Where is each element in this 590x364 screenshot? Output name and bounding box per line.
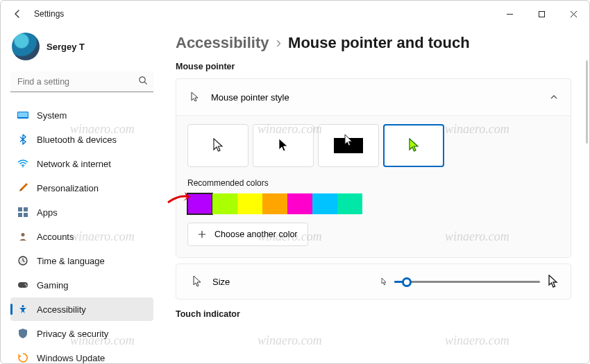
sidebar-item-update[interactable]: Windows Update — [10, 346, 153, 363]
breadcrumb: Accessibility › Mouse pointer and touch — [176, 34, 571, 52]
color-swatch-3[interactable] — [262, 193, 287, 214]
color-swatch-6[interactable] — [337, 193, 362, 214]
color-swatch-4[interactable] — [287, 193, 312, 214]
sidebar-item-privacy[interactable]: Privacy & security — [10, 322, 153, 345]
svg-rect-13 — [18, 282, 28, 288]
pointer-icon — [189, 91, 201, 103]
pointer-size-label: Size — [212, 277, 230, 287]
nav: System Bluetooth & devices Network & int… — [10, 103, 153, 363]
slider-thumb[interactable] — [402, 277, 412, 287]
search-box[interactable] — [10, 71, 153, 92]
svg-rect-9 — [18, 213, 22, 217]
clock-icon — [17, 255, 28, 266]
profile[interactable]: Sergey T — [10, 33, 153, 60]
svg-point-16 — [22, 305, 24, 307]
svg-point-6 — [22, 166, 24, 168]
svg-rect-1 — [539, 11, 544, 17]
sidebar-item-system[interactable]: System — [10, 103, 153, 127]
sidebar-item-label: Apps — [37, 207, 58, 218]
accessibility-icon — [17, 304, 28, 315]
maximize-button[interactable] — [525, 1, 557, 27]
sidebar-item-network[interactable]: Network & internet — [10, 152, 153, 175]
sidebar-item-accessibility[interactable]: Accessibility — [10, 297, 153, 321]
sidebar-item-label: Personalization — [37, 183, 99, 193]
svg-point-14 — [25, 284, 26, 285]
sidebar-item-time[interactable]: Time & language — [10, 249, 153, 272]
svg-point-15 — [26, 285, 27, 286]
sidebar-item-label: Accounts — [37, 232, 74, 242]
bluetooth-icon — [17, 134, 28, 145]
pointer-size-card: Size — [176, 263, 571, 300]
pointer-style-card: Mouse pointer style — [176, 78, 571, 258]
sidebar: Sergey T System Bluetooth & devices Netw… — [1, 27, 160, 363]
pointer-style-custom[interactable] — [383, 124, 444, 167]
sidebar-item-label: Windows Update — [37, 353, 105, 363]
sidebar-item-label: Gaming — [37, 280, 69, 291]
section-label-touch: Touch indicator — [176, 309, 571, 319]
window-controls — [494, 1, 589, 27]
small-cursor-icon — [380, 277, 387, 286]
accounts-icon — [17, 231, 28, 242]
chevron-up-icon — [550, 93, 558, 101]
back-button[interactable] — [10, 7, 24, 21]
brush-icon — [17, 182, 28, 193]
svg-line-3 — [144, 82, 146, 84]
size-slider[interactable] — [394, 275, 540, 288]
sidebar-item-bluetooth[interactable]: Bluetooth & devices — [10, 128, 153, 151]
sidebar-item-label: Accessibility — [37, 304, 86, 315]
gaming-icon — [17, 279, 28, 291]
pointer-style-white[interactable] — [187, 124, 248, 167]
color-swatch-0[interactable] — [187, 193, 212, 214]
wifi-icon — [17, 158, 28, 169]
titlebar: Settings — [1, 1, 589, 27]
search-input[interactable] — [10, 71, 153, 92]
pointer-style-inverted[interactable] — [318, 124, 379, 167]
apps-icon — [17, 207, 28, 218]
pointer-style-black[interactable] — [253, 124, 314, 167]
size-slider-area — [380, 275, 558, 288]
sidebar-item-label: Privacy & security — [37, 329, 108, 339]
color-swatches — [187, 193, 559, 214]
svg-rect-8 — [24, 207, 28, 211]
sidebar-item-gaming[interactable]: Gaming — [10, 273, 153, 297]
minimize-button[interactable] — [494, 1, 525, 27]
pointer-size-icon — [192, 275, 203, 288]
sidebar-item-apps[interactable]: Apps — [10, 200, 153, 224]
system-icon — [17, 110, 28, 121]
section-label-pointer: Mouse pointer — [176, 62, 571, 71]
pointer-style-options — [187, 124, 559, 167]
large-cursor-icon — [547, 275, 558, 288]
choose-color-label: Choose another color — [214, 229, 298, 239]
choose-another-color-button[interactable]: Choose another color — [187, 223, 308, 246]
sidebar-item-accounts[interactable]: Accounts — [10, 225, 153, 248]
avatar — [12, 33, 40, 60]
window-title: Settings — [34, 9, 64, 19]
update-icon — [17, 352, 28, 363]
color-swatch-5[interactable] — [312, 193, 337, 214]
sidebar-item-personalization[interactable]: Personalization — [10, 176, 153, 200]
scrollbar[interactable] — [586, 60, 588, 144]
profile-name: Sergey T — [47, 42, 85, 52]
pointer-size-row[interactable]: Size — [176, 264, 571, 299]
pointer-style-label: Mouse pointer style — [211, 92, 289, 103]
chevron-right-icon: › — [276, 34, 281, 51]
sidebar-item-label: Network & internet — [37, 159, 111, 169]
sidebar-item-label: Bluetooth & devices — [37, 135, 117, 145]
recommended-colors-label: Recommended colors — [187, 178, 559, 188]
breadcrumb-parent[interactable]: Accessibility — [176, 34, 269, 51]
pointer-style-body: Recommended colors Choose another color — [176, 115, 571, 257]
svg-rect-10 — [24, 213, 28, 217]
sidebar-item-label: System — [37, 110, 67, 121]
search-icon — [138, 76, 148, 85]
plus-icon — [198, 230, 206, 239]
shield-icon — [17, 328, 28, 339]
svg-rect-5 — [18, 112, 28, 117]
close-button[interactable] — [557, 1, 589, 27]
color-swatch-1[interactable] — [212, 193, 237, 214]
sidebar-item-label: Time & language — [37, 256, 105, 266]
svg-point-11 — [22, 233, 25, 236]
svg-rect-7 — [18, 207, 22, 211]
pointer-style-header[interactable]: Mouse pointer style — [176, 79, 571, 115]
color-swatch-2[interactable] — [237, 193, 262, 214]
main-content: Accessibility › Mouse pointer and touch … — [160, 27, 589, 363]
